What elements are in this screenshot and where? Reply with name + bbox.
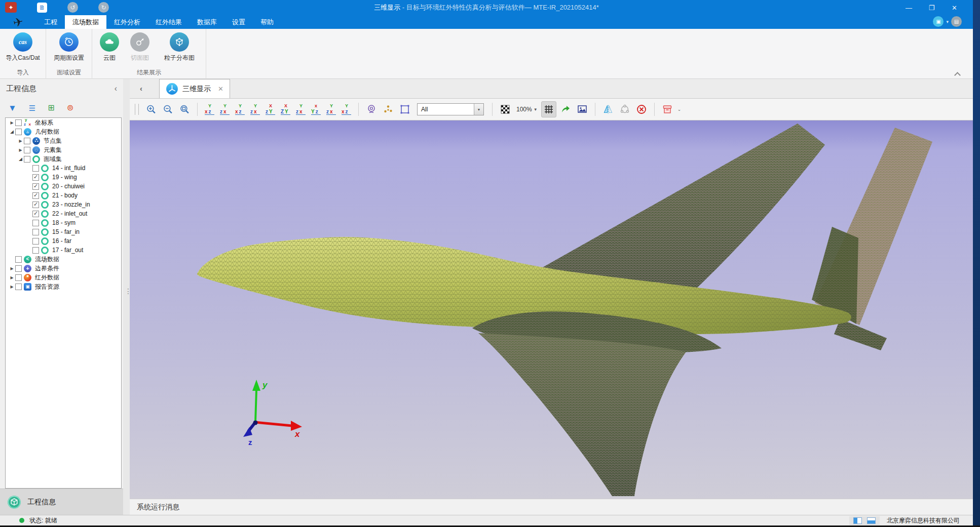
grid-toggle-button[interactable]: [541, 101, 556, 117]
view-orientation-button[interactable]: xYz: [309, 103, 323, 116]
menubar-item[interactable]: 设置: [224, 15, 253, 29]
tree-item[interactable]: 14 - int_fluid: [6, 164, 121, 173]
view-orientation-button[interactable]: Yxz: [233, 103, 247, 116]
tree-item[interactable]: ▶▣报告资源: [6, 282, 121, 291]
link-nodes-button[interactable]: [617, 101, 632, 117]
tree-checkbox[interactable]: [32, 220, 39, 226]
tree-item[interactable]: 16 - far: [6, 236, 121, 246]
filter-icon[interactable]: ▼: [8, 104, 17, 112]
contour-plot-button[interactable]: 云图: [95, 31, 124, 63]
tree-expander-icon[interactable]: ▶: [9, 266, 15, 271]
tree-item[interactable]: <流场数据: [6, 255, 121, 264]
tree-item[interactable]: ▶∴节点集: [6, 136, 121, 145]
zoom-in-button[interactable]: [143, 101, 159, 117]
chevron-down-icon[interactable]: ⌄: [677, 107, 682, 112]
tree-checkbox[interactable]: [24, 147, 30, 153]
menubar-item[interactable]: 数据库: [190, 15, 224, 29]
panel-splitter[interactable]: ⋮: [123, 79, 130, 515]
tree-checkbox[interactable]: [15, 265, 22, 272]
tree-item[interactable]: ▶+边界条件: [6, 264, 121, 273]
tree-checkbox[interactable]: [32, 247, 39, 254]
tree-item[interactable]: 22 - inlet_out: [6, 209, 121, 218]
panel-footer[interactable]: 工程信息: [0, 489, 123, 515]
chevron-down-icon[interactable]: ▾: [946, 19, 949, 24]
tree-item[interactable]: 23 - nozzle_in: [6, 200, 121, 209]
slice-plot-button[interactable]: 切面图: [126, 31, 154, 63]
tree-item[interactable]: ◢面域集: [6, 154, 121, 164]
tree-checkbox[interactable]: [32, 165, 39, 172]
tree-expander-icon[interactable]: ◢: [9, 129, 15, 134]
tree-checkbox[interactable]: [32, 174, 39, 181]
view-orientation-button[interactable]: Yxz: [340, 103, 353, 116]
view-orientation-button[interactable]: Yzx: [324, 103, 338, 116]
view-orientation-button[interactable]: Yxz: [203, 103, 216, 116]
tree-checkbox[interactable]: [32, 229, 39, 235]
periodic-surface-button[interactable]: 周期面设置: [49, 31, 89, 63]
window-style-icon[interactable]: ▣: [933, 16, 944, 27]
tree-item[interactable]: 20 - chuiwei: [6, 182, 121, 191]
delete-red-button[interactable]: [634, 101, 649, 117]
layout-bottom-icon[interactable]: [867, 517, 876, 524]
tree-checkbox[interactable]: [32, 183, 39, 190]
tab-3d-display[interactable]: 三维显示 ✕: [159, 79, 230, 98]
tree-expander-icon[interactable]: ▶: [9, 275, 15, 280]
tree-expander-icon[interactable]: ▶: [17, 139, 24, 143]
tab-close-icon[interactable]: ✕: [218, 85, 223, 93]
box-select-button[interactable]: [397, 101, 412, 117]
viewport-3d[interactable]: y x z: [130, 120, 973, 499]
tree-checkbox[interactable]: [15, 119, 22, 126]
help-book-icon[interactable]: ▤: [951, 16, 962, 27]
tree-expander-icon[interactable]: ▶: [9, 120, 15, 125]
display-filter-combobox[interactable]: All ▼: [417, 103, 484, 115]
particles-button[interactable]: [381, 101, 396, 117]
tree-item[interactable]: 15 - far_in: [6, 227, 121, 236]
tree-checkbox[interactable]: [24, 156, 30, 163]
view-orientation-button[interactable]: Yzx: [294, 103, 308, 116]
export-arrow-button[interactable]: [558, 101, 573, 117]
snapshot-image-button[interactable]: [575, 101, 590, 117]
toolbar-grip[interactable]: [135, 104, 139, 115]
tree-expander-icon[interactable]: ▶: [17, 148, 24, 152]
tree-checkbox[interactable]: [32, 201, 39, 208]
menubar-item[interactable]: 红外分析: [106, 15, 148, 29]
tree-checkbox[interactable]: [32, 211, 39, 217]
tree-checkbox[interactable]: [15, 256, 22, 263]
tree-checkbox[interactable]: [15, 274, 22, 281]
tree-item[interactable]: 19 - wing: [6, 173, 121, 182]
panel-collapse-chevron-icon[interactable]: ‹: [115, 84, 117, 93]
zoom-level-dropdown[interactable]: 100%▼: [516, 106, 538, 113]
camera-button[interactable]: [364, 101, 379, 117]
tree-expander-icon[interactable]: ▶: [9, 285, 15, 289]
view-orientation-button[interactable]: XZY: [279, 103, 292, 116]
menubar-item[interactable]: 帮助: [253, 15, 281, 29]
tree-item[interactable]: 18 - sym: [6, 218, 121, 227]
menubar-item[interactable]: 工程: [36, 15, 65, 29]
tree-checkbox[interactable]: [15, 283, 22, 290]
particle-distribution-button[interactable]: 粒子分布图: [156, 31, 203, 63]
layout-split-icon[interactable]: [853, 517, 862, 524]
tree-checkbox[interactable]: [24, 138, 30, 144]
tree-item[interactable]: 21 - body: [6, 191, 121, 200]
ribbon-collapse-chevron-icon[interactable]: [955, 71, 960, 75]
list-view-icon[interactable]: ☰: [29, 104, 35, 112]
import-cas-dat-button[interactable]: cas 导入Cas/Dat: [3, 31, 43, 63]
view-orientation-button[interactable]: Yzx: [218, 103, 232, 116]
checkerboard-button[interactable]: [498, 101, 513, 117]
view-orientation-button[interactable]: XzY: [263, 103, 277, 116]
view-orientation-button[interactable]: Yzx: [248, 103, 262, 116]
menubar-item[interactable]: 红外结果: [148, 15, 190, 29]
zoom-out-button[interactable]: [160, 101, 175, 117]
combobox-dropdown-icon[interactable]: ▼: [474, 104, 483, 115]
zoom-fit-button[interactable]: [177, 101, 192, 117]
tab-scroll-left-icon[interactable]: ‹: [140, 84, 142, 93]
minimize-button[interactable]: —: [897, 0, 920, 15]
restore-button[interactable]: ❐: [920, 0, 943, 15]
target-icon[interactable]: ⊚: [67, 104, 73, 112]
tree-item[interactable]: 17 - far_out: [6, 246, 121, 255]
close-button[interactable]: ✕: [943, 0, 966, 15]
tree-item[interactable]: ▶*红外数据: [6, 273, 121, 282]
tree-item[interactable]: ▶yzx坐标系: [6, 118, 121, 127]
mirror-button[interactable]: [600, 101, 616, 117]
grid-view-icon[interactable]: ⊞: [48, 104, 54, 112]
tree-item[interactable]: ▶◌元素集: [6, 145, 121, 154]
